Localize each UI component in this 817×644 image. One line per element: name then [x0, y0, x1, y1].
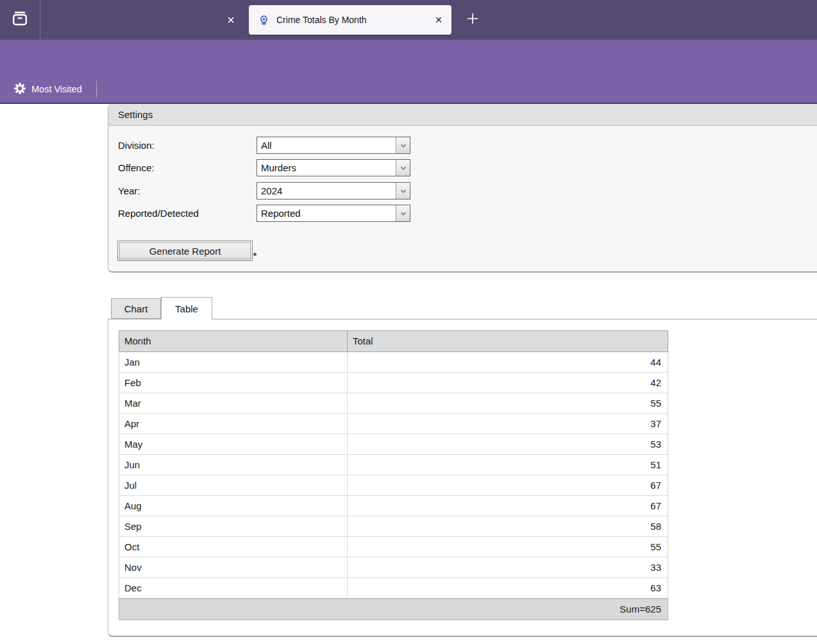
active-tab[interactable]: Crime Totals By Month × [249, 5, 451, 35]
total-cell: 44 [348, 352, 668, 372]
division-label: Division: [118, 137, 254, 154]
month-cell: Sep [119, 516, 348, 536]
month-cell: Aug [119, 496, 348, 516]
month-cell: Jan [119, 352, 348, 372]
tab-chart[interactable]: Chart [111, 298, 161, 319]
table-row: Jul67 [119, 475, 668, 496]
most-visited-label: Most Visited [31, 84, 82, 94]
month-cell: Jun [119, 455, 348, 475]
table-row: Jun51 [119, 455, 668, 475]
table-header-row: Month Total [119, 330, 668, 352]
year-select[interactable]: 2024 [257, 182, 410, 199]
table-row: Nov33 [119, 557, 668, 578]
crime-totals-table: Month Total Jan44Feb42Mar55Apr37May53Jun… [119, 330, 668, 620]
focus-dot [253, 253, 257, 256]
tab-table[interactable]: Table [161, 297, 212, 319]
total-cell: 55 [348, 393, 668, 413]
month-cell: Apr [119, 414, 348, 434]
total-cell: 51 [348, 455, 668, 475]
plus-icon [466, 12, 480, 28]
ttps-badge-favicon [258, 15, 269, 26]
total-cell: 55 [348, 537, 668, 557]
offence-select-value: Murders [257, 160, 396, 176]
table-row: Dec63 [119, 578, 668, 598]
tabbar-separator [40, 0, 40, 40]
table-row: Mar55 [119, 393, 668, 414]
month-cell: Dec [119, 578, 348, 598]
chevron-down-icon [396, 160, 410, 176]
background-tab-close-button[interactable]: × [222, 10, 240, 30]
gear-icon [14, 83, 26, 96]
total-column-header: Total [348, 331, 668, 352]
table-row: Feb42 [119, 373, 668, 393]
close-icon: × [227, 13, 235, 28]
table-row: Apr37 [119, 414, 668, 434]
browser-tab-bar: × Crime Totals By Month × [0, 0, 817, 40]
offence-label: Offence: [118, 159, 254, 176]
reported-detected-select[interactable]: Reported [257, 205, 410, 222]
generate-report-button[interactable]: Generate Report [117, 241, 253, 261]
tab-close-button[interactable]: × [430, 12, 447, 28]
total-cell: 33 [348, 557, 668, 577]
bookmarks-toolbar: Most Visited [0, 76, 817, 103]
new-tab-button[interactable] [463, 10, 482, 30]
division-select[interactable]: All [257, 137, 410, 154]
chevron-down-icon [396, 205, 410, 221]
web-page: Settings Division: All Offence: Murders … [0, 104, 817, 644]
month-cell: Oct [119, 537, 348, 557]
total-cell: 53 [348, 434, 668, 454]
table-tab-panel: Month Total Jan44Feb42Mar55Apr37May53Jun… [108, 319, 817, 637]
month-cell: Jul [119, 475, 348, 495]
month-cell: May [119, 434, 348, 454]
total-cell: 67 [348, 496, 668, 516]
firefox-view-icon [11, 10, 29, 30]
total-cell: 37 [348, 414, 668, 434]
reported-detected-select-value: Reported [257, 205, 396, 221]
table-body: Jan44Feb42Mar55Apr37May53Jun51Jul67Aug67… [119, 352, 668, 598]
total-cell: 58 [348, 516, 668, 536]
browser-toolbar: https://www.ttps.gov.tt/Stats/Crime-Tota… [0, 40, 817, 76]
total-cell: 63 [348, 578, 668, 598]
total-cell: 42 [348, 373, 668, 393]
table-footer-sum: Sum=625 [119, 598, 668, 620]
firefox-view-button[interactable] [6, 6, 33, 33]
year-label: Year: [118, 182, 254, 199]
year-select-value: 2024 [257, 183, 396, 199]
most-visited-folder[interactable]: Most Visited [9, 80, 87, 99]
month-column-header: Month [119, 331, 348, 352]
tab-title: Crime Totals By Month [276, 15, 430, 25]
month-cell: Mar [119, 393, 348, 413]
chevron-down-icon [396, 183, 410, 199]
settings-panel-title: Settings [108, 104, 817, 126]
table-row: Aug67 [119, 496, 668, 516]
table-row: Sep58 [119, 516, 668, 537]
reported-detected-label: Reported/Detected [118, 205, 254, 222]
table-row: Jan44 [119, 352, 668, 373]
division-select-value: All [257, 137, 396, 153]
chevron-down-icon [396, 137, 410, 153]
table-row: May53 [119, 434, 668, 455]
bookmarks-separator [96, 81, 97, 98]
month-cell: Nov [119, 557, 348, 577]
table-row: Oct55 [119, 537, 668, 557]
month-cell: Feb [119, 373, 348, 393]
offence-select[interactable]: Murders [257, 159, 410, 176]
total-cell: 67 [348, 475, 668, 495]
